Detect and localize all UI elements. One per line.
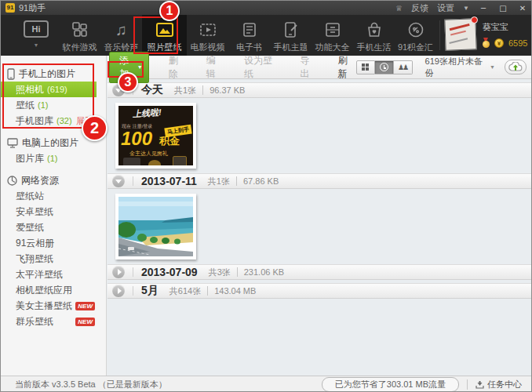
group-header-today: 今天 共1张 96.37 KB (107, 82, 532, 98)
app-logo: 91 (5, 3, 15, 13)
sidebar-item-camera[interactable]: 照相机 (619) (1, 82, 97, 97)
arrow-right-icon (118, 288, 122, 294)
photo-toolbar: 添加 ▼ 删除 编辑 设为壁纸 导出 刷新 ♟♟ 619张相片未备份 ▼ (107, 56, 532, 79)
time-view-button[interactable] (375, 60, 394, 74)
group-header-may: 5月 共614张 143.04 MB (107, 283, 532, 299)
phone-pencil-icon (282, 20, 300, 39)
user-box: 葵宝宝 ¥ 6595 (445, 15, 527, 56)
sidebar-section-online-resources: 网络资源 (1, 172, 106, 188)
clock-icon (380, 63, 388, 71)
grid-view-icon (362, 64, 369, 71)
edit-button[interactable]: 编辑 (206, 54, 224, 81)
collapse-toggle[interactable] (112, 175, 125, 187)
photo-thumbnail-promo[interactable]: 上线啦! 现在 注册/登录 100 积金 金主达人见面礼 马上到手 (115, 103, 196, 169)
sidebar-item-wallpaper[interactable]: 壁纸 (1) (1, 97, 106, 113)
task-center-button[interactable]: 任务中心 (476, 379, 522, 390)
book-icon (241, 20, 258, 39)
notification-dot (471, 16, 478, 24)
group-header-2013-07-09: 2013-07-09 共3张 231.06 KB (107, 264, 532, 280)
sidebar-section-phone-pictures: 手机上的图片 (1, 66, 106, 82)
feedback-link[interactable]: 反馈 (411, 2, 428, 14)
music-note-icon: ♫ (115, 20, 127, 39)
view-switcher: ♟♟ (356, 60, 413, 74)
people-view-button[interactable]: ♟♟ (394, 60, 413, 74)
crown-icon[interactable]: ♕ (395, 4, 403, 13)
status-bar: 当前版本 v3.3.5 Beta （已是最新版本） 已为您节省了303.01 M… (1, 376, 532, 392)
sidebar-item-beauty-anchor-wallpaper[interactable]: 美女主播壁纸 NEW (1, 298, 106, 314)
apps-grid-icon (71, 20, 89, 39)
sidebar: 手机上的图片 照相机 (619) 壁纸 (1) 手机图库 (32) 展开 电脑上… (1, 56, 107, 376)
photo-row-2013-07-11 (107, 189, 532, 261)
sidebar-item-phone-gallery[interactable]: 手机图库 (32) 展开 (1, 113, 106, 129)
photo-thumbnail-beach[interactable] (115, 194, 196, 260)
hi-caret-icon: ▼ (34, 42, 39, 48)
task-center-icon (476, 380, 484, 389)
sidebar-section-computer-pictures: 电脑上的图片 (1, 135, 106, 151)
arrow-down-icon (115, 89, 122, 93)
new-badge: NEW (75, 302, 95, 310)
coin-icon: ¥ (494, 38, 504, 48)
data-savings-button[interactable]: 已为您节省了303.01 MB流量 (322, 377, 459, 392)
video-icon (199, 20, 217, 39)
photo-wallpaper-icon (155, 20, 174, 39)
settings-link[interactable]: 设置 (437, 2, 454, 14)
hi-bubble-icon: Hi (24, 20, 49, 38)
main-nav: Hi ▼ 软件游戏 ♫ 音乐铃声 照片壁纸 电影视频 电子书 手机主题 (1, 15, 532, 56)
sidebar-item-91-cloud-album[interactable]: 91云相册 (1, 235, 106, 251)
nav-item-movies-videos[interactable]: 电影视频 (187, 15, 228, 56)
maximize-button[interactable]: □ (497, 4, 508, 13)
cloud-upload-icon (508, 62, 523, 72)
avatar[interactable] (444, 18, 476, 50)
nav-divider (439, 20, 440, 50)
collapse-toggle[interactable] (112, 84, 125, 96)
globe-icon (7, 176, 17, 186)
photo-row-today: 上线啦! 现在 注册/登录 100 积金 金主达人见面礼 马上到手 (107, 98, 532, 170)
set-wallpaper-button[interactable]: 设为壁纸 (244, 54, 280, 81)
expand-toggle[interactable] (112, 285, 125, 297)
nav-item-all-features[interactable]: 功能大全 (312, 15, 353, 56)
backup-caret-icon[interactable]: ▼ (490, 64, 495, 70)
sidebar-item-qunle-wallpaper[interactable]: 群乐壁纸 NEW (1, 314, 106, 329)
sidebar-item-wallpaper-station[interactable]: 壁纸站 (1, 188, 106, 204)
medal-icon (483, 38, 490, 48)
sidebar-item-love-wallpaper[interactable]: 爱壁纸 (1, 220, 106, 235)
expand-toggle[interactable] (112, 266, 125, 278)
nav-item-hi[interactable]: Hi ▼ (13, 15, 59, 56)
user-name[interactable]: 葵宝宝 (483, 21, 527, 33)
sidebar-item-android-wallpaper[interactable]: 安卓壁纸 (1, 204, 106, 220)
add-button[interactable]: 添加 ▼ (109, 52, 149, 83)
window-title: 91助手 (19, 2, 46, 14)
nav-item-phone-life[interactable]: 手机生活 (353, 15, 395, 56)
add-caret-icon: ▼ (137, 64, 143, 70)
group-header-2013-07-11: 2013-07-11 共1张 67.86 KB (107, 173, 532, 189)
arrow-down-icon (115, 180, 122, 183)
version-text: 当前版本 v3.3.5 Beta （已是最新版本） (15, 379, 167, 390)
refresh-button[interactable]: 刷新 (337, 54, 355, 81)
nav-item-ebooks[interactable]: 电子书 (228, 15, 270, 56)
sidebar-item-picture-library[interactable]: 图片库 (1) (1, 151, 106, 166)
shopping-bag-heart-icon (366, 20, 383, 39)
nav-item-music-ringtones[interactable]: ♫ 音乐铃声 (100, 15, 142, 56)
nav-item-phone-themes[interactable]: 手机主题 (270, 15, 312, 56)
export-button[interactable]: 导出 (300, 54, 318, 81)
phone-icon (7, 68, 15, 80)
sidebar-item-pacific-wallpaper[interactable]: 太平洋壁纸 (1, 267, 106, 282)
grid-view-button[interactable] (356, 60, 375, 74)
title-bar: 91 91助手 ♕ 反馈 设置 ▼ ─ □ ✕ (1, 1, 532, 15)
sidebar-item-flying-wallpaper[interactable]: 飞翔壁纸 (1, 251, 106, 267)
minimize-button[interactable]: ─ (478, 4, 489, 13)
main-area: 添加 ▼ 删除 编辑 设为壁纸 导出 刷新 ♟♟ 619张相片未备份 ▼ (107, 56, 532, 376)
arrow-right-icon (118, 269, 122, 275)
nav-item-91-points[interactable]: 91积金汇 (395, 15, 436, 56)
expand-link[interactable]: 展开 (76, 115, 93, 127)
new-badge: NEW (75, 318, 95, 326)
points-circle-icon (407, 20, 425, 39)
sidebar-item-camera-wallpaper-app[interactable]: 相机壁纸应用 (1, 282, 106, 298)
nav-item-photos-wallpaper[interactable]: 照片壁纸 (142, 15, 187, 56)
backup-status-text: 619张相片未备份 (425, 56, 486, 79)
nav-item-apps-games[interactable]: 软件游戏 (59, 15, 100, 56)
menu-caret-icon[interactable]: ▼ (463, 5, 469, 12)
cloud-upload-button[interactable] (505, 60, 527, 74)
close-button[interactable]: ✕ (517, 4, 528, 13)
delete-button[interactable]: 删除 (169, 54, 187, 81)
